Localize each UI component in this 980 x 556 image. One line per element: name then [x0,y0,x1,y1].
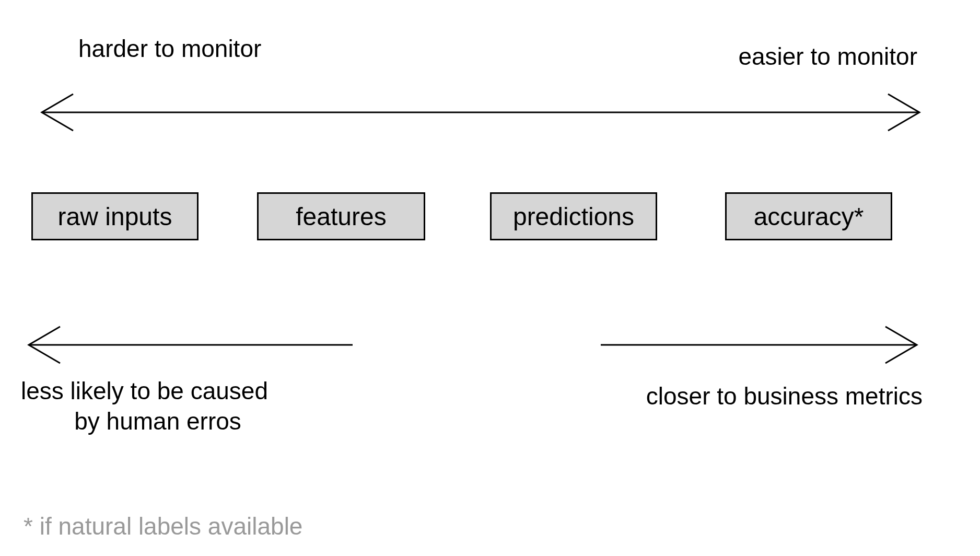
arrow-right-icon [596,324,927,366]
box-features: features [257,192,425,240]
box-raw-inputs: raw inputs [31,192,199,240]
diagram-stage: harder to monitor easier to monitor raw … [0,0,980,556]
label-closer-to-business-metrics: closer to business metrics [646,381,923,412]
footnote: * if natural labels available [24,512,302,540]
label-less-likely-human-errors: less likely to be caused by human erros [21,376,268,436]
box-accuracy: accuracy* [725,192,892,240]
box-predictions: predictions [490,192,657,240]
label-easier-to-monitor: easier to monitor [738,42,917,72]
double-arrow-icon [31,91,930,133]
label-harder-to-monitor: harder to monitor [78,34,261,64]
arrow-left-icon [18,324,358,366]
